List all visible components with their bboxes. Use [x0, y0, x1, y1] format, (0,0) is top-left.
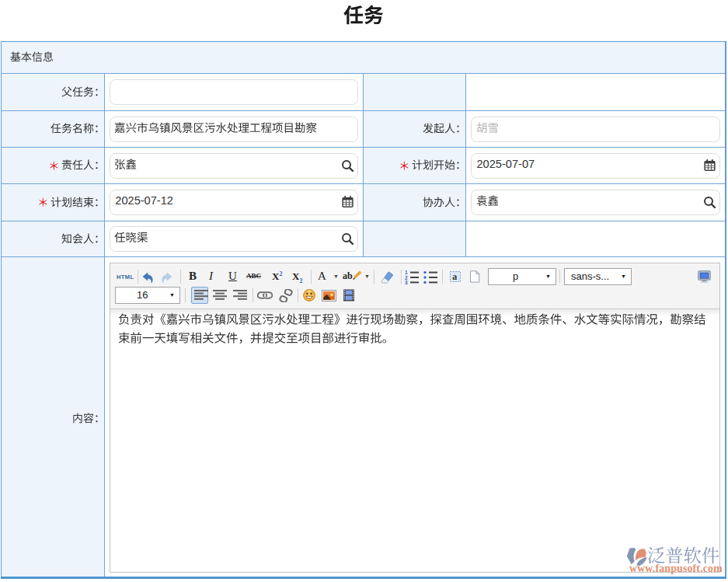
svg-text:a: a [452, 271, 457, 282]
svg-text:3: 3 [405, 280, 408, 284]
